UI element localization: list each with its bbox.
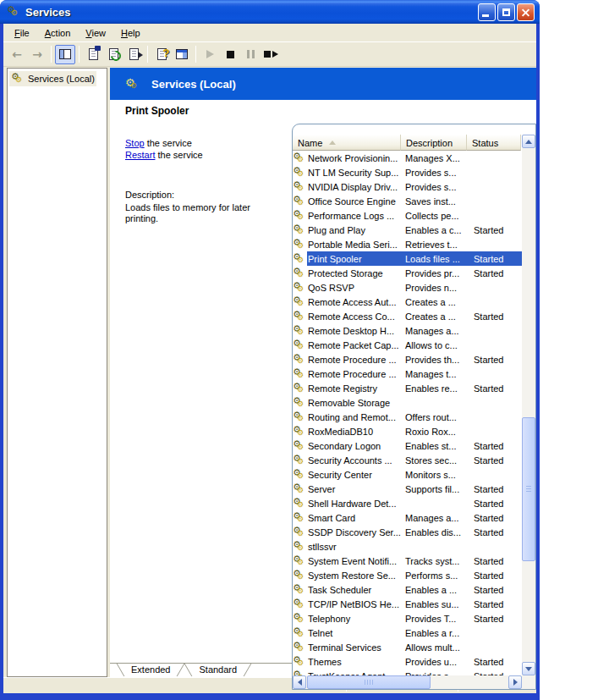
service-description: Performs s... (401, 570, 467, 581)
down-arrow-icon (525, 667, 532, 671)
menu-file[interactable]: File (7, 25, 37, 41)
show-console-tree-button[interactable] (55, 45, 75, 64)
tree-item-services-local[interactable]: ⚙⚙ Services (Local) (9, 71, 96, 86)
service-row[interactable]: ⚙⚙SSDP Discovery Ser...Enables dis...Sta… (293, 525, 522, 539)
help-button[interactable] (151, 45, 172, 64)
forward-button[interactable]: → (27, 45, 47, 64)
service-status: Started (467, 484, 521, 494)
refresh-button[interactable] (103, 45, 123, 64)
menu-help[interactable]: Help (113, 25, 148, 41)
console-tree-panel: ⚙⚙ Services (Local) (7, 68, 107, 677)
service-row[interactable]: ⚙⚙Secondary LogonEnables st...Started (293, 438, 522, 453)
scroll-right-button[interactable] (508, 675, 522, 689)
close-button[interactable] (517, 3, 535, 21)
service-row[interactable]: ⚙⚙NVIDIA Display Driv...Provides s... (293, 179, 522, 194)
scroll-up-button[interactable] (522, 135, 535, 148)
service-row[interactable]: ⚙⚙NT LM Security Sup...Provides s... (293, 165, 522, 179)
service-status: Started (467, 513, 521, 523)
menu-action[interactable]: Action (37, 25, 79, 41)
export-list-icon (129, 48, 139, 60)
column-header-description[interactable]: Description (401, 135, 467, 151)
tab-standard[interactable]: Standard (184, 664, 251, 677)
service-row[interactable]: ⚙⚙System Event Notifi...Tracks syst...St… (293, 554, 522, 568)
column-header-status[interactable]: Status (467, 135, 521, 151)
service-row[interactable]: ⚙⚙QoS RSVPProvides n... (293, 280, 522, 295)
tab-extended[interactable]: Extended (117, 664, 184, 677)
service-description: Manages a... (401, 326, 467, 336)
start-service-button[interactable] (200, 45, 220, 64)
toolbar-separator (147, 46, 148, 63)
service-row[interactable]: ⚙⚙Print SpoolerLoads files ...Started (293, 251, 522, 266)
restart-service-link[interactable]: Restart (125, 150, 155, 160)
maximize-button[interactable] (497, 3, 515, 21)
service-row[interactable]: ⚙⚙ThemesProvides u...Started (293, 654, 522, 669)
stop-service-button[interactable] (220, 45, 240, 64)
menu-view[interactable]: View (78, 25, 113, 41)
horizontal-scroll-thumb[interactable] (307, 675, 431, 689)
horizontal-scrollbar[interactable] (293, 675, 522, 689)
stop-service-link[interactable]: Stop (125, 138, 145, 148)
service-row[interactable]: ⚙⚙TrustKeeper AgentProvides s...Started (293, 669, 522, 675)
export-list-button[interactable] (123, 45, 144, 64)
service-description: Provides s... (401, 168, 467, 178)
service-row[interactable]: ⚙⚙Office Source EngineSaves inst... (293, 194, 522, 208)
service-name: Server (307, 484, 401, 494)
service-gear-icon: ⚙⚙ (293, 267, 307, 280)
service-name: Print Spooler (307, 254, 401, 264)
back-button[interactable]: ← (7, 45, 27, 64)
scroll-down-button[interactable] (522, 662, 535, 675)
service-gear-icon: ⚙⚙ (293, 195, 307, 208)
main-area: ⚙⚙ Services (Local) ⚙⚙ Services (Local) … (3, 67, 536, 677)
service-row[interactable]: ⚙⚙TCP/IP NetBIOS He...Enables su...Start… (293, 597, 522, 611)
service-row[interactable]: ⚙⚙RoxMediaDB10Roxio Rox... (293, 424, 522, 438)
service-info: Print Spooler Stop the service Restart t… (125, 105, 286, 224)
service-row[interactable]: ⚙⚙Protected StorageProvides pr...Started (293, 266, 522, 280)
pause-service-button[interactable] (240, 45, 261, 64)
services-window: ⚙⚙ Services FileActionViewHelp ←→ ⚙⚙ Ser… (0, 0, 540, 700)
service-row[interactable]: ⚙⚙Remote Procedure ...Provides th...Star… (293, 352, 522, 367)
pane-title: Services (Local) (151, 78, 236, 91)
service-row[interactable]: ⚙⚙Network Provisionin...Manages X... (293, 151, 522, 165)
service-row[interactable]: ⚙⚙Portable Media Seri...Retrieves t... (293, 237, 522, 251)
service-row[interactable]: ⚙⚙System Restore Se...Performs s...Start… (293, 568, 522, 582)
minimize-button[interactable] (478, 3, 496, 21)
service-row[interactable]: ⚙⚙Remote Access Co...Creates a ...Starte… (293, 309, 522, 323)
restart-service-button[interactable] (261, 45, 281, 64)
service-row[interactable]: ⚙⚙Remote Procedure ...Manages t... (293, 367, 522, 381)
service-gear-icon: ⚙⚙ (293, 511, 307, 525)
service-row[interactable]: ⚙⚙ServerSupports fil...Started (293, 482, 522, 496)
vertical-scroll-thumb[interactable] (522, 417, 535, 561)
service-row[interactable]: ⚙⚙Smart CardManages a...Started (293, 510, 522, 525)
service-row[interactable]: ⚙⚙Task SchedulerEnables a ...Started (293, 582, 522, 597)
service-row[interactable]: ⚙⚙TelephonyProvides T...Started (293, 611, 522, 626)
service-description: Provides u... (401, 657, 467, 667)
service-row[interactable]: ⚙⚙Remote RegistryEnables re...Started (293, 381, 522, 395)
scroll-left-button[interactable] (293, 675, 306, 689)
service-row[interactable]: ⚙⚙Remote Packet Cap...Allows to c... (293, 338, 522, 352)
service-row[interactable]: ⚙⚙Remote Desktop H...Manages a... (293, 323, 522, 338)
service-row[interactable]: ⚙⚙Performance Logs ...Collects pe... (293, 208, 522, 223)
service-row[interactable]: ⚙⚙Security CenterMonitors s... (293, 467, 522, 482)
service-row[interactable]: ⚙⚙stllssvr (293, 539, 522, 554)
service-row[interactable]: ⚙⚙Shell Hardware Det...Started (293, 496, 522, 510)
service-row[interactable]: ⚙⚙Remote Access Aut...Creates a ... (293, 295, 522, 309)
service-description: Enables a c... (401, 225, 467, 235)
service-row[interactable]: ⚙⚙Removable Storage (293, 395, 522, 410)
service-gear-icon: ⚙⚙ (293, 324, 307, 338)
service-row[interactable]: ⚙⚙Terminal ServicesAllows mult... (293, 640, 522, 654)
service-status: Started (467, 268, 521, 278)
service-status: Started (467, 225, 521, 235)
extended-view-button[interactable] (172, 45, 192, 64)
column-header-name[interactable]: Name (293, 135, 401, 151)
scrollbar-corner (522, 675, 535, 689)
service-gear-icon: ⚙⚙ (293, 180, 307, 194)
service-row[interactable]: ⚙⚙Routing and Remot...Offers rout... (293, 410, 522, 424)
properties-button[interactable] (83, 45, 103, 64)
vertical-scrollbar[interactable] (522, 135, 535, 675)
service-row[interactable]: ⚙⚙TelnetEnables a r... (293, 626, 522, 640)
service-row[interactable]: ⚙⚙Plug and PlayEnables a c...Started (293, 223, 522, 237)
service-row[interactable]: ⚙⚙Security Accounts ...Stores sec...Star… (293, 453, 522, 467)
title-bar[interactable]: ⚙⚙ Services (0, 0, 540, 24)
service-description: Enables su... (401, 599, 467, 609)
service-name: Telephony (307, 614, 401, 624)
